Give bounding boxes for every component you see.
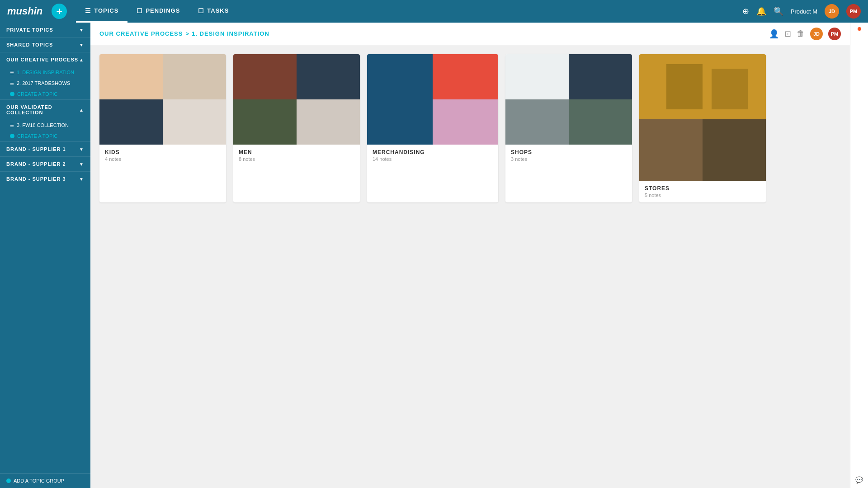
topic-card-men-images — [233, 54, 360, 145]
topic-card-merchandising-images — [367, 54, 498, 145]
topic-stores-info: STORES 5 notes — [639, 181, 766, 202]
content-scroll[interactable]: KIDS 4 notes MEN 8 notes — [90, 45, 850, 488]
our-creative-process-header[interactable]: OUR CREATIVE PROCESS ▲ — [0, 52, 90, 67]
merch-img-2 — [433, 54, 498, 99]
tab-topics[interactable]: ☰ TOPICS — [76, 0, 127, 23]
user-label: Product M — [791, 8, 817, 15]
topic-kids-info: KIDS 4 notes — [99, 145, 226, 166]
men-img-4 — [297, 99, 360, 145]
tradeshows-label: 2. 2017 TRADESHOWS — [17, 80, 70, 86]
add-button[interactable]: + — [52, 4, 67, 19]
tab-tasks[interactable]: ☐ TASKS — [189, 0, 238, 23]
nav-right-actions: ⊕ 🔔 🔍 Product M JD PM — [742, 4, 861, 19]
shared-topics-header[interactable]: SHARED TOPICS ▼ — [0, 37, 90, 52]
shops-img-1 — [505, 54, 569, 99]
brand-supplier-2-header[interactable]: BRAND - SUPPLIER 2 ▼ — [0, 156, 90, 171]
tasks-icon: ☐ — [198, 7, 204, 14]
user-action-icon[interactable]: 👤 — [769, 29, 779, 39]
doc-icon-2: ☰ — [10, 81, 14, 86]
merch-img-3 — [433, 99, 498, 145]
sidebar-item-tradeshows[interactable]: ☰ 2. 2017 TRADESHOWS — [0, 78, 90, 89]
svg-rect-2 — [712, 69, 748, 109]
search-icon[interactable]: 🔍 — [774, 6, 783, 16]
our-creative-process-chevron: ▲ — [79, 57, 84, 62]
topic-card-kids-images — [99, 54, 226, 145]
kids-img-3 — [99, 99, 163, 145]
breadcrumb-separator: > — [185, 30, 189, 37]
men-img-2 — [297, 54, 360, 99]
topics-grid: KIDS 4 notes MEN 8 notes — [99, 54, 841, 202]
delete-action-icon[interactable]: 🗑 — [797, 29, 805, 38]
pinterest-icon[interactable]: ⊕ — [742, 6, 749, 16]
nav-tabs: ☰ TOPICS ☐ PENDINGS ☐ TASKS — [76, 0, 238, 23]
topic-card-shops[interactable]: SHOPS 3 notes — [505, 54, 632, 202]
breadcrumb: OUR CREATIVE PROCESS > 1. DESIGN INSPIRA… — [99, 30, 269, 37]
create-topic-label-1: CREATE A TOPIC — [17, 91, 57, 97]
breadcrumb-parent[interactable]: OUR CREATIVE PROCESS — [99, 30, 183, 37]
private-topics-header[interactable]: PRIVATE TOPICS ▼ — [0, 23, 90, 37]
brand-supplier-2-chevron: ▼ — [79, 162, 84, 167]
topic-card-stores-images — [639, 54, 766, 181]
avatar-pm[interactable]: PM — [846, 4, 861, 19]
create-topic-btn-2[interactable]: CREATE A TOPIC — [0, 131, 90, 141]
topic-merchandising-notes: 14 notes — [373, 156, 493, 162]
brand-supplier-3-header[interactable]: BRAND - SUPPLIER 3 ▼ — [0, 171, 90, 186]
top-navigation: mushin + ☰ TOPICS ☐ PENDINGS ☐ TASKS ⊕ 🔔… — [0, 0, 868, 23]
sidebar-item-design-inspiration[interactable]: ☰ 1. DESIGN INSPIRATION — [0, 67, 90, 78]
avatar-jd[interactable]: JD — [825, 4, 839, 19]
topic-kids-name: KIDS — [105, 149, 221, 155]
pendings-icon: ☐ — [137, 7, 143, 14]
topic-card-kids[interactable]: KIDS 4 notes — [99, 54, 226, 202]
stores-img-1 — [639, 54, 766, 119]
brand-supplier-1-header[interactable]: BRAND - SUPPLIER 1 ▼ — [0, 141, 90, 156]
topic-card-merchandising[interactable]: MERCHANDISING 14 notes — [367, 54, 498, 202]
notification-icon[interactable]: 🔔 — [756, 6, 766, 16]
shared-topics-label: SHARED TOPICS — [6, 42, 53, 47]
shared-topics-chevron: ▼ — [79, 42, 84, 47]
brand-supplier-1-chevron: ▼ — [79, 147, 84, 152]
stores-svg-bg — [639, 54, 766, 119]
create-topic-btn-1[interactable]: CREATE A TOPIC — [0, 89, 90, 99]
create-topic-dot-2 — [10, 134, 14, 138]
chat-icon[interactable]: 💬 — [855, 476, 863, 483]
topic-card-shops-images — [505, 54, 632, 145]
brand-supplier-1-label: BRAND - SUPPLIER 1 — [6, 146, 66, 152]
design-inspiration-label: 1. DESIGN INSPIRATION — [17, 70, 74, 75]
sidebar-item-fw18[interactable]: ☰ 3. FW18 COLLECTION — [0, 120, 90, 131]
private-topics-chevron: ▼ — [79, 28, 84, 33]
tab-tasks-label: TASKS — [207, 7, 229, 14]
topic-shops-notes: 3 notes — [511, 156, 627, 162]
stores-img-3 — [703, 119, 766, 181]
stores-img-2 — [639, 119, 703, 181]
header-actions: 👤 ⊡ 🗑 JD PM — [769, 28, 841, 40]
add-topic-group-label: ADD A TOPIC GROUP — [14, 478, 64, 483]
svg-rect-1 — [666, 64, 703, 109]
breadcrumb-current: 1. DESIGN INSPIRATION — [192, 30, 269, 37]
share-action-icon[interactable]: ⊡ — [784, 29, 791, 39]
topic-merchandising-name: MERCHANDISING — [373, 149, 493, 155]
add-topic-group-btn[interactable]: ADD A TOPIC GROUP — [0, 473, 90, 488]
brand-supplier-3-chevron: ▼ — [79, 177, 84, 182]
tab-topics-label: TOPICS — [94, 7, 118, 14]
brand-supplier-2-label: BRAND - SUPPLIER 2 — [6, 161, 66, 167]
notification-dot — [858, 27, 861, 31]
content-header: OUR CREATIVE PROCESS > 1. DESIGN INSPIRA… — [90, 23, 850, 45]
doc-icon-3: ☰ — [10, 123, 14, 128]
our-validated-collection-chevron: ▲ — [79, 108, 84, 113]
topic-card-stores[interactable]: STORES 5 notes — [639, 54, 766, 202]
topic-kids-notes: 4 notes — [105, 156, 221, 162]
kids-img-2 — [163, 54, 226, 99]
tab-pendings-label: PENDINGS — [146, 7, 180, 14]
topic-card-men[interactable]: MEN 8 notes — [233, 54, 360, 202]
header-avatar-jd[interactable]: JD — [810, 28, 823, 40]
right-panel: 💬 — [850, 23, 868, 488]
topic-stores-name: STORES — [645, 185, 760, 192]
topic-men-notes: 8 notes — [239, 156, 354, 162]
tab-pendings[interactable]: ☐ PENDINGS — [127, 0, 189, 23]
sidebar: PRIVATE TOPICS ▼ SHARED TOPICS ▼ OUR CRE… — [0, 23, 90, 488]
merch-img-1 — [367, 54, 433, 145]
our-validated-collection-header[interactable]: OUR VALIDATED COLLECTION ▲ — [0, 99, 90, 120]
header-avatar-pm[interactable]: PM — [828, 28, 841, 40]
topic-shops-name: SHOPS — [511, 149, 627, 155]
shops-img-2 — [569, 54, 632, 99]
